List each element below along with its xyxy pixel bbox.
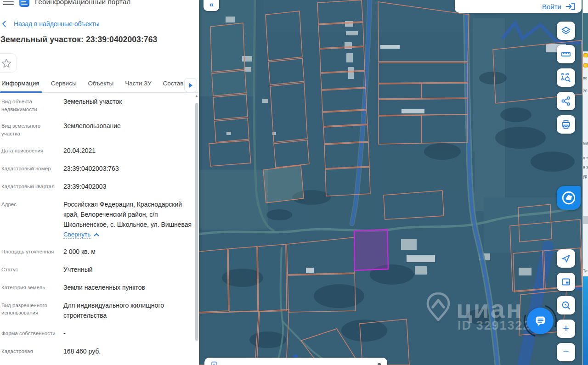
drag-handle-icon <box>378 363 381 365</box>
detail-row: Вид объекта недвижимостиЗемельный участо… <box>1 96 192 113</box>
panoramas-button[interactable] <box>557 186 581 210</box>
cian-pin-logo <box>426 292 450 321</box>
scrollbar-up-arrow[interactable]: ▲ <box>195 94 198 98</box>
tab-objects[interactable]: Объекты <box>88 77 114 92</box>
detail-row: Категория земельЗемли населенных пунктов <box>1 282 192 292</box>
layers-icon <box>560 25 571 36</box>
tab-bar: Информация Сервисы Объекты Части ЗУ Сост… <box>0 77 199 93</box>
panorama-icon <box>561 190 577 206</box>
ruler-icon <box>560 49 571 60</box>
menu-icon[interactable] <box>3 0 14 6</box>
mini-map-icon <box>560 276 571 287</box>
tab-services[interactable]: Сервисы <box>51 77 77 92</box>
satellite-map[interactable]: « Войти <box>199 0 582 365</box>
plus-icon: + <box>563 323 569 334</box>
detail-row: СтатусУчтенный <box>1 264 192 275</box>
detail-row: Форма собственности- <box>1 328 192 338</box>
tab-parcel-parts[interactable]: Части ЗУ <box>125 77 151 92</box>
selected-parcel-highlight <box>354 230 388 270</box>
login-label: Войти <box>542 3 561 11</box>
back-link-label: Назад в найденные объекты <box>14 20 99 28</box>
detail-row-address: Адрес Российская Федерация, Краснодарски… <box>1 199 192 239</box>
minus-icon: − <box>563 347 569 357</box>
chevron-left-icon <box>2 21 6 27</box>
app-header: Геоинформационный портал <box>0 0 199 7</box>
background-page-sliver: по 20 мис о т а з ур Тат <box>582 0 588 365</box>
map-toolbar <box>557 22 575 134</box>
detail-row: Кадастровая168 460 руб. <box>1 346 192 356</box>
app-title: Геоинформационный портал <box>35 0 130 6</box>
chat-widget <box>526 306 555 336</box>
detail-row: Кадастровый номер23:39:0402003:763 <box>1 163 192 174</box>
chat-bubble-icon <box>532 313 548 329</box>
navigate-arrow-icon <box>560 253 571 264</box>
measure-button[interactable] <box>557 45 575 63</box>
map-search-icon <box>560 300 571 311</box>
details-list: Вид объекта недвижимостиЗемельный участо… <box>1 96 192 356</box>
login-button[interactable]: Войти <box>542 2 576 11</box>
print-icon <box>560 119 571 130</box>
chevron-up-icon <box>94 233 99 236</box>
yellow-icon-fragment <box>583 53 588 57</box>
detail-row: Вид разрешенного использованияДля индиви… <box>1 300 192 320</box>
detail-row: Кадастровый квартал23:39:0402003 <box>1 181 192 191</box>
share-icon <box>560 95 571 107</box>
panel-scrollbar[interactable] <box>195 103 198 341</box>
layers-button[interactable] <box>557 22 575 40</box>
page-title: Земельный участок: 23:39:0402003:763 <box>0 35 157 45</box>
triangle-right-icon <box>189 83 192 88</box>
detail-row: Дата присвоения20.04.2021 <box>1 146 192 156</box>
portal-logo-icon <box>19 0 29 7</box>
star-icon <box>1 58 11 68</box>
double-chevron-left-icon: « <box>209 0 213 9</box>
yellow-icon-fragment <box>583 63 588 67</box>
chat-button[interactable] <box>527 308 554 334</box>
share-button[interactable] <box>557 92 575 110</box>
login-icon <box>565 2 576 11</box>
address-collapse-link[interactable]: Свернуть <box>63 231 99 239</box>
zoom-out-button[interactable]: − <box>557 343 575 361</box>
favorite-button[interactable] <box>0 53 17 73</box>
panel-collapse-button[interactable]: « <box>204 0 219 11</box>
tab-composition[interactable]: Состав <box>163 77 184 92</box>
print-button[interactable] <box>557 115 575 134</box>
map-search-bar[interactable] <box>204 358 387 365</box>
top-bar: Войти <box>455 0 582 13</box>
tab-information[interactable]: Информация <box>1 77 40 92</box>
object-info-panel: Геоинформационный портал Назад в найденн… <box>0 0 199 365</box>
tabs-scroll-right-button[interactable] <box>184 78 197 92</box>
detail-row: Вид земельного участкаЗемлепользование <box>1 121 192 137</box>
mini-map-button[interactable] <box>557 273 575 291</box>
select-area-search-icon <box>560 72 571 83</box>
detail-row: Площадь уточненная2 000 кв. м <box>1 247 192 257</box>
my-location-button[interactable] <box>557 249 575 268</box>
back-link[interactable]: Назад в найденные объекты <box>2 20 99 28</box>
location-icon <box>211 361 217 365</box>
area-search-button[interactable] <box>557 68 575 87</box>
